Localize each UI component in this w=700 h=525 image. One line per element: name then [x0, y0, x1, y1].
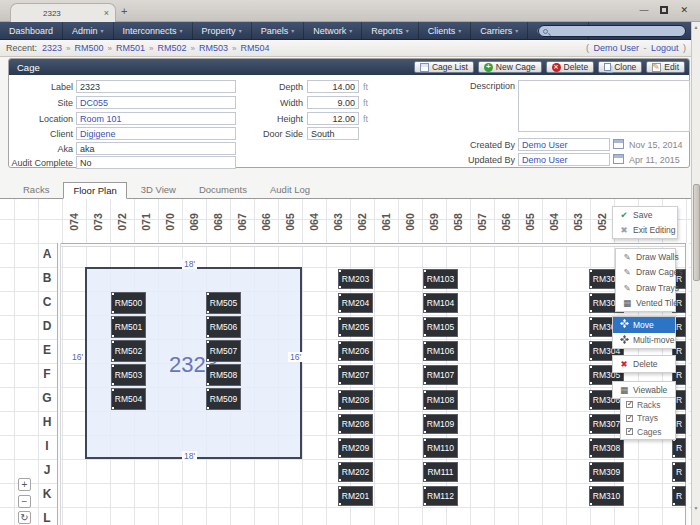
tab-close-icon[interactable]: ×: [104, 8, 109, 18]
rack-cage-right-rm509-4[interactable]: RM509: [206, 388, 241, 410]
tab-floor-plan[interactable]: Floor Plan: [63, 182, 126, 199]
rack-rm200-rm201-9[interactable]: RM201: [338, 486, 373, 506]
rack-rm300-rm309-8[interactable]: RM309: [589, 462, 624, 482]
search-box[interactable]: [538, 25, 686, 37]
delete-button[interactable]: Delete: [546, 61, 595, 73]
rack-rm100-rm109-6[interactable]: RM109: [423, 414, 458, 434]
breadcrumb-link-rm503[interactable]: RM503: [199, 43, 228, 53]
nav-item-dashboard[interactable]: Dashboard: [0, 22, 63, 39]
user-link[interactable]: Demo User: [522, 140, 568, 150]
client-field[interactable]: Digigene: [76, 127, 236, 140]
nav-item-clients[interactable]: Clients▾: [419, 22, 472, 39]
scrollbar-up-icon[interactable]: ▲: [692, 24, 700, 30]
breadcrumb-link-rm501[interactable]: RM501: [116, 43, 145, 53]
aka-field[interactable]: aka: [76, 142, 236, 155]
checkbox-row-racks[interactable]: Racks: [621, 398, 675, 412]
floorplan-canvas[interactable]: 0740730720710700690680670660650640630620…: [0, 199, 691, 525]
site-field[interactable]: DC055: [76, 96, 236, 109]
rack-rm300-rm310-9[interactable]: RM310: [589, 486, 624, 506]
field-value[interactable]: DC055: [80, 98, 108, 108]
nav-item-reports[interactable]: Reports▾: [362, 22, 419, 39]
depth-field[interactable]: 14.00: [307, 80, 359, 93]
zoom-in-button[interactable]: +: [18, 478, 31, 491]
scrollbar-down-icon[interactable]: ▼: [692, 505, 700, 511]
reset-view-button[interactable]: ↻: [18, 511, 31, 524]
menu-item-move[interactable]: Move: [613, 317, 675, 333]
rack-rm200-rm205-2[interactable]: RM205: [338, 317, 373, 337]
scrollbar-thumb[interactable]: [693, 184, 700, 281]
new-tab-button[interactable]: +: [121, 5, 127, 17]
rack-rm300-rm307-6[interactable]: RM307: [589, 414, 624, 434]
checkbox-checked-icon[interactable]: [626, 428, 633, 435]
rack-rm100-rm103-0[interactable]: RM103: [423, 269, 458, 289]
menu-item-draw-trays[interactable]: ✎Draw Trays: [616, 280, 675, 296]
menu-item-draw-walls[interactable]: ✎Draw Walls: [616, 249, 675, 265]
rack-cage-right-rm507-2[interactable]: RM507: [206, 340, 241, 362]
search-input[interactable]: [548, 27, 668, 36]
location-field[interactable]: Room 101: [76, 112, 236, 125]
menu-item-vented-tile[interactable]: ▦Vented Tile: [616, 296, 675, 312]
menu-item-viewable[interactable]: ▦Viewable: [613, 382, 675, 398]
rack-cage-right-rm505-0[interactable]: RM505: [206, 292, 241, 314]
rack-rm100-rm107-4[interactable]: RM107: [423, 365, 458, 385]
rack-rm200-rm207-4[interactable]: RM207: [338, 365, 373, 385]
tab-audit-log[interactable]: Audit Log: [261, 182, 319, 199]
rack-rm200-rm209-7[interactable]: RM209: [338, 438, 373, 458]
rack-right-clipped-r-7[interactable]: R: [672, 438, 686, 458]
cage-list-button[interactable]: Cage List: [414, 61, 474, 73]
edit-button[interactable]: Edit: [646, 61, 685, 73]
calendar-icon[interactable]: [613, 139, 624, 149]
breadcrumb-link-rm500[interactable]: RM500: [75, 43, 104, 53]
rack-cage-left-rm501-1[interactable]: RM501: [111, 316, 146, 338]
page-scrollbar[interactable]: ▲ ▼: [691, 22, 700, 525]
rack-rm200-rm204-1[interactable]: RM204: [338, 293, 373, 313]
menu-item-delete[interactable]: ✖Delete: [613, 356, 675, 372]
rack-cage-left-rm503-3[interactable]: RM503: [111, 364, 146, 386]
rack-cage-right-rm508-3[interactable]: RM508: [206, 364, 241, 386]
description-field[interactable]: [518, 80, 690, 132]
checkbox-checked-icon[interactable]: [626, 415, 633, 422]
new-cage-button[interactable]: New Cage: [478, 61, 542, 73]
user-link[interactable]: Demo User: [522, 155, 568, 165]
calendar-icon[interactable]: [613, 154, 624, 164]
width-field[interactable]: 9.00: [307, 96, 359, 109]
minimize-icon[interactable]: —: [639, 5, 648, 15]
nav-item-carriers[interactable]: Carriers▾: [471, 22, 528, 39]
rack-rm100-rm106-3[interactable]: RM106: [423, 341, 458, 361]
field-value[interactable]: Digigene: [80, 129, 116, 139]
checkbox-checked-icon[interactable]: [626, 401, 633, 408]
rack-cage-left-rm502-2[interactable]: RM502: [111, 340, 146, 362]
rack-rm200-rm202-8[interactable]: RM202: [338, 462, 373, 482]
checkbox-row-cages[interactable]: Cages: [621, 425, 675, 439]
height-field[interactable]: 12.00: [307, 112, 359, 125]
updated-by-field[interactable]: Demo User: [518, 153, 610, 166]
audit-complete-field[interactable]: No: [76, 156, 236, 169]
logout-link[interactable]: Logout: [651, 43, 679, 53]
rack-rm100-rm105-2[interactable]: RM105: [423, 317, 458, 337]
breadcrumb-link-rm504[interactable]: RM504: [240, 43, 269, 53]
breadcrumb-link-rm502[interactable]: RM502: [157, 43, 186, 53]
door-side-field[interactable]: South: [307, 127, 359, 140]
rack-rm200-rm206-3[interactable]: RM206: [338, 341, 373, 361]
rack-cage-left-rm500-0[interactable]: RM500: [111, 292, 146, 314]
rack-right-clipped-r-9[interactable]: R: [672, 486, 686, 506]
rack-rm200-rm203-0[interactable]: RM203: [338, 269, 373, 289]
nav-item-interconnects[interactable]: Interconnects▾: [114, 22, 193, 39]
rack-rm100-rm104-1[interactable]: RM104: [423, 293, 458, 313]
zoom-out-button[interactable]: −: [18, 495, 31, 508]
menu-item-save[interactable]: ✔Save: [613, 207, 677, 223]
label-field[interactable]: 2323: [76, 80, 236, 93]
user-link[interactable]: Demo User: [593, 43, 639, 53]
rack-right-clipped-r-8[interactable]: R: [672, 462, 686, 482]
breadcrumb-link-2323[interactable]: 2323: [42, 43, 62, 53]
menu-item-draw-cages[interactable]: ✎Draw Cages: [616, 265, 675, 281]
field-value[interactable]: Room 101: [80, 114, 122, 124]
close-icon[interactable]: ✕: [680, 5, 688, 15]
created-by-field[interactable]: Demo User: [518, 138, 610, 151]
nav-item-admin[interactable]: Admin▾: [63, 22, 114, 39]
tab-documents[interactable]: Documents: [190, 182, 256, 199]
rack-rm200-rm208-5[interactable]: RM208: [338, 390, 373, 410]
maximize-icon[interactable]: [660, 6, 668, 14]
rack-cage-right-rm506-1[interactable]: RM506: [206, 316, 241, 338]
rack-rm100-rm111-8[interactable]: RM111: [423, 462, 458, 482]
